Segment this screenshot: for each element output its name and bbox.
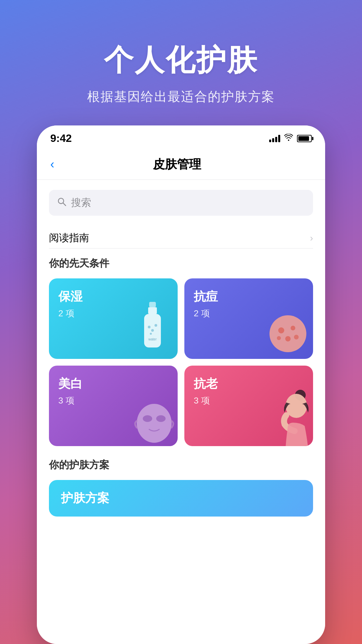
- svg-point-13: [285, 336, 291, 341]
- search-bar[interactable]: 搜索: [49, 190, 313, 216]
- svg-rect-2: [149, 302, 156, 307]
- hero-subtitle: 根据基因给出最适合的护肤方案: [20, 88, 342, 105]
- svg-point-8: [150, 333, 152, 335]
- card-acne-title: 抗痘: [194, 288, 304, 305]
- svg-point-16: [137, 404, 172, 443]
- plan-section-header: 你的护肤方案: [49, 458, 313, 472]
- card-anti-aging[interactable]: 抗老 3 项: [184, 366, 313, 446]
- svg-point-6: [151, 329, 154, 332]
- svg-point-14: [277, 336, 281, 340]
- battery-icon: [297, 135, 312, 142]
- svg-point-15: [294, 335, 299, 339]
- svg-text:water: water: [148, 337, 157, 341]
- plan-card-title: 护肤方案: [61, 491, 109, 505]
- svg-point-7: [155, 324, 157, 327]
- svg-point-0: [58, 198, 64, 204]
- hero-title: 个人化护肤: [20, 40, 342, 80]
- hero-section: 个人化护肤 根据基因给出最适合的护肤方案: [0, 0, 362, 125]
- signal-icon: [269, 135, 280, 142]
- woman-icon: [276, 386, 313, 446]
- status-bar: 9:42: [37, 125, 325, 148]
- svg-point-5: [148, 326, 150, 328]
- svg-point-12: [291, 326, 295, 330]
- card-whitening-title: 美白: [58, 376, 168, 392]
- acne-face-icon: [266, 312, 306, 352]
- search-placeholder: 搜索: [71, 196, 91, 210]
- search-icon: [57, 197, 66, 209]
- innate-section-header: 你的先天条件: [49, 257, 313, 270]
- svg-rect-3: [148, 307, 157, 314]
- guide-row[interactable]: 阅读指南 ›: [49, 228, 313, 249]
- svg-point-10: [269, 315, 306, 352]
- phone-mockup: 9:42 ‹ 皮肤管理: [37, 125, 325, 644]
- status-icons: [269, 134, 312, 143]
- face-mask-icon: [131, 399, 174, 443]
- content-area: 搜索 阅读指南 › 你的先天条件 保湿 2 项: [37, 180, 325, 644]
- card-acne[interactable]: 抗痘 2 项: [184, 278, 313, 359]
- svg-point-18: [156, 415, 166, 422]
- skincare-plan-card[interactable]: 护肤方案: [49, 480, 313, 517]
- wifi-icon: [284, 134, 293, 143]
- card-whitening[interactable]: 美白 3 项: [49, 366, 178, 446]
- guide-label: 阅读指南: [49, 231, 89, 245]
- status-time: 9:42: [50, 132, 72, 145]
- nav-bar: ‹ 皮肤管理: [37, 148, 325, 180]
- svg-point-11: [278, 327, 284, 333]
- guide-arrow-icon: ›: [310, 233, 313, 244]
- page-title: 皮肤管理: [58, 156, 296, 173]
- water-bottle-icon: water: [141, 302, 168, 356]
- cards-grid: 保湿 2 项: [49, 278, 313, 446]
- svg-point-17: [143, 415, 152, 422]
- back-button[interactable]: ‹: [50, 156, 58, 173]
- card-moisturizing[interactable]: 保湿 2 项: [49, 278, 178, 359]
- svg-line-1: [63, 203, 66, 206]
